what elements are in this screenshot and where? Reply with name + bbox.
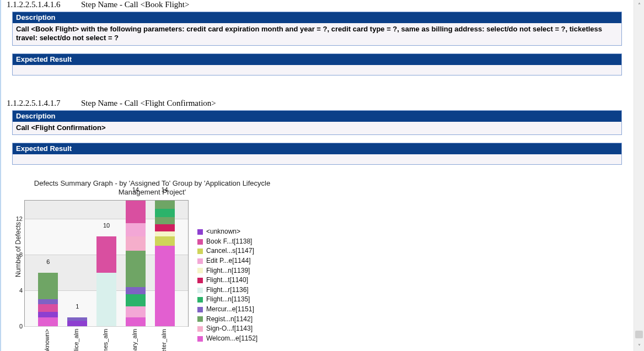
vertical-scrollbar[interactable]: ˄ ˅ <box>634 0 644 351</box>
legend-label: Regist...n[1142] <box>206 315 253 324</box>
chart-xtick: alice_alm <box>73 329 79 351</box>
legend-swatch <box>197 268 203 273</box>
legend-item: Mercur...e[1151] <box>197 305 257 314</box>
legend-item: Book F...t[1138] <box>197 237 257 246</box>
step-heading: 1.1.2.2.5.1.4.1.7 Step Name - Call <Flig… <box>7 99 632 108</box>
expected-header: Expected Result <box>13 143 621 154</box>
legend-label: <unknown> <box>206 228 240 236</box>
chart-ytick: 12 <box>16 215 23 222</box>
legend-item: Regist...n[1142] <box>197 315 257 324</box>
legend-swatch <box>197 326 203 332</box>
chart-title: Defects Summary Graph - by 'Assigned To'… <box>14 179 290 197</box>
step-number: 1.1.2.2.5.1.4.1.7 <box>7 99 61 107</box>
defects-chart: Defects Summary Graph - by 'Assigned To'… <box>14 179 301 351</box>
legend-label: Flight...t[1140] <box>206 276 248 285</box>
scroll-down-button[interactable]: ˅ <box>634 341 644 351</box>
legend-label: Sign-O...f[1143] <box>206 325 253 333</box>
chart-xtick: mary_alm <box>132 329 138 351</box>
step-number: 1.1.2.2.5.1.4.1.6 <box>7 0 61 9</box>
legend-swatch <box>197 249 203 254</box>
description-body: Call <Book Flight> with the following pa… <box>13 23 621 45</box>
chart-xtick: peter_alm <box>161 329 167 351</box>
legend-item: Flight...n[1135] <box>197 295 257 304</box>
description-header: Description <box>13 12 621 23</box>
scrollbar-thumb[interactable] <box>635 331 643 338</box>
legend-item: Sign-O...f[1143] <box>197 325 257 333</box>
expected-box: Expected Result <box>12 143 622 165</box>
legend-item: Edit P...e[1144] <box>197 257 257 266</box>
document-content: 1.1.2.2.5.1.4.1.6 Step Name - Call <Book… <box>2 0 632 351</box>
description-box: Description Call <Book Flight> with the … <box>12 12 622 46</box>
chart-ytick: 4 <box>19 288 23 294</box>
legend-label: Edit P...e[1144] <box>206 257 251 266</box>
chart-bar-total: 14 <box>126 186 146 193</box>
legend-label: Flight...n[1139] <box>206 267 250 276</box>
description-box: Description Call <Flight Confirmation> <box>12 110 622 135</box>
chart-xtick: <unknown> <box>44 329 50 351</box>
expected-body <box>13 154 621 164</box>
scroll-up-button[interactable]: ˄ <box>634 0 644 10</box>
legend-label: Welcom...e[1152] <box>206 334 257 343</box>
description-header: Description <box>13 111 621 122</box>
expected-body <box>13 65 621 75</box>
legend-item: <unknown> <box>197 228 257 236</box>
legend-swatch <box>197 336 203 342</box>
legend-swatch <box>197 307 203 312</box>
chevron-up-icon: ˄ <box>638 2 641 8</box>
legend-swatch <box>197 297 203 303</box>
chart-ytick: 8 <box>19 251 23 257</box>
legend-item: Flight...r[1136] <box>197 286 257 295</box>
step-heading: 1.1.2.2.5.1.4.1.6 Step Name - Call <Book… <box>7 0 632 9</box>
legend-swatch <box>197 258 203 264</box>
legend-swatch <box>197 316 203 322</box>
chart-ytick: 0 <box>19 323 23 330</box>
chevron-down-icon: ˅ <box>638 343 641 349</box>
legend-item: Welcom...e[1152] <box>197 334 257 343</box>
description-body: Call <Flight Confirmation> <box>13 122 621 134</box>
legend-swatch <box>197 229 203 235</box>
chart-plot: 04812 61101414 <box>24 200 189 327</box>
chart-bar-total: 10 <box>96 222 116 229</box>
legend-swatch <box>197 288 203 293</box>
legend-item: Flight...n[1139] <box>197 267 257 276</box>
legend-swatch <box>197 239 203 245</box>
step-name: Step Name - Call <Flight Confirmation> <box>81 99 216 107</box>
expected-header: Expected Result <box>13 54 621 65</box>
legend-label: Mercur...e[1151] <box>206 305 254 314</box>
legend-swatch <box>197 278 203 283</box>
chart-xtick: james_alm <box>103 329 109 351</box>
legend-label: Flight...r[1136] <box>206 286 249 295</box>
viewport: 1.1.2.2.5.1.4.1.6 Step Name - Call <Book… <box>0 0 644 351</box>
legend-item: Flight...t[1140] <box>197 276 257 285</box>
legend-label: Flight...n[1135] <box>206 295 250 304</box>
chart-bar-total: 6 <box>38 258 58 265</box>
chart-bar-total: 14 <box>155 186 175 193</box>
legend-item: Cancel...s[1147] <box>197 247 257 256</box>
legend-label: Cancel...s[1147] <box>206 247 254 256</box>
legend-label: Book F...t[1138] <box>206 237 252 246</box>
expected-box: Expected Result <box>12 53 622 75</box>
step-name: Step Name - Call <Book Flight> <box>81 0 190 9</box>
chart-bar-total: 1 <box>67 303 87 310</box>
chart-legend: <unknown>Book F...t[1138]Cancel...s[1147… <box>197 228 257 344</box>
